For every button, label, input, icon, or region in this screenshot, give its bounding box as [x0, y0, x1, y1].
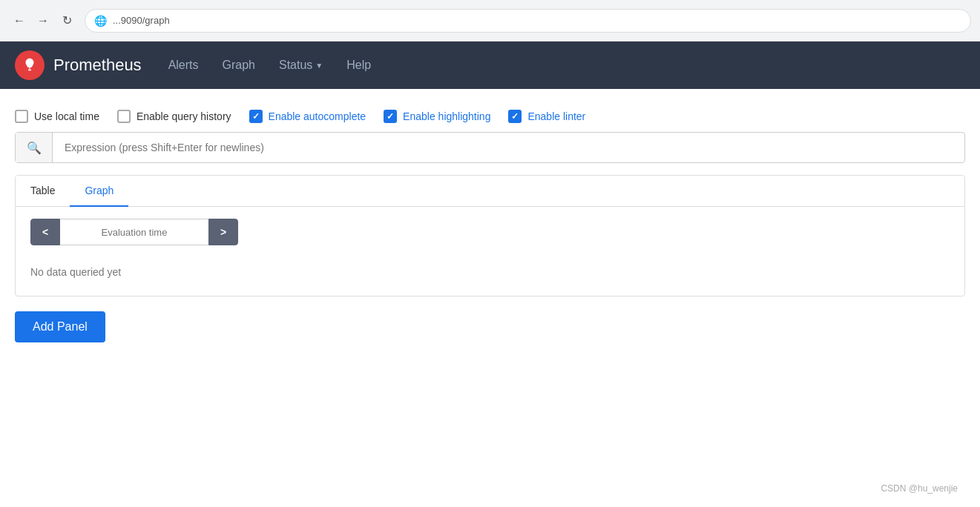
- expression-input[interactable]: [53, 133, 964, 162]
- option-enable-query-history[interactable]: Enable query history: [117, 110, 231, 123]
- checkbox-enable-linter[interactable]: [508, 110, 522, 123]
- top-navbar: Prometheus Alerts Graph Status ▼ Help: [0, 42, 980, 89]
- nav-links: Alerts Graph Status ▼ Help: [157, 42, 384, 89]
- tab-table[interactable]: Table: [16, 176, 70, 207]
- eval-next-button[interactable]: >: [208, 219, 238, 245]
- eval-time-bar: < >: [30, 219, 238, 245]
- brand-name: Prometheus: [53, 56, 142, 75]
- option-label-enable-linter: Enable linter: [527, 110, 585, 122]
- query-panel: Table Graph < > No data queried yet: [15, 175, 965, 296]
- nav-graph[interactable]: Graph: [211, 42, 267, 89]
- tab-graph[interactable]: Graph: [70, 176, 128, 207]
- globe-icon: 🌐: [94, 15, 107, 27]
- panel-content: < > No data queried yet: [16, 207, 964, 296]
- checkbox-enable-autocomplete[interactable]: [249, 110, 263, 123]
- option-label-enable-highlighting: Enable highlighting: [403, 110, 490, 122]
- nav-status[interactable]: Status ▼: [267, 42, 335, 89]
- add-panel-button[interactable]: Add Panel: [15, 311, 105, 342]
- eval-prev-button[interactable]: <: [30, 219, 60, 245]
- checkbox-enable-highlighting[interactable]: [384, 110, 397, 123]
- nav-help[interactable]: Help: [335, 42, 383, 89]
- url-text: ...9090/graph: [113, 15, 170, 26]
- eval-time-input[interactable]: [60, 219, 208, 245]
- main-content: Use local time Enable query history Enab…: [0, 89, 980, 354]
- search-icon: 🔍: [27, 141, 42, 155]
- option-enable-linter[interactable]: Enable linter: [508, 110, 585, 123]
- option-use-local-time[interactable]: Use local time: [15, 110, 99, 123]
- no-data-message: No data queried yet: [30, 260, 950, 284]
- brand: Prometheus: [15, 50, 142, 80]
- nav-alerts[interactable]: Alerts: [157, 42, 211, 89]
- checkbox-enable-query-history[interactable]: [117, 110, 131, 123]
- search-bar: 🔍: [15, 132, 965, 163]
- back-button[interactable]: ←: [9, 10, 30, 31]
- reload-button[interactable]: ↻: [56, 10, 77, 31]
- option-enable-autocomplete[interactable]: Enable autocomplete: [249, 110, 366, 123]
- option-label-use-local-time: Use local time: [34, 110, 99, 122]
- checkbox-use-local-time[interactable]: [15, 110, 28, 123]
- nav-buttons: ← → ↻: [9, 10, 77, 31]
- option-label-enable-autocomplete: Enable autocomplete: [269, 110, 366, 122]
- option-label-enable-query-history: Enable query history: [137, 110, 231, 122]
- options-bar: Use local time Enable query history Enab…: [15, 101, 965, 132]
- panel-tabs: Table Graph: [16, 176, 964, 207]
- option-enable-highlighting[interactable]: Enable highlighting: [384, 110, 490, 123]
- address-bar[interactable]: 🌐 ...9090/graph: [85, 9, 971, 33]
- brand-icon: [15, 50, 45, 80]
- browser-chrome: ← → ↻ 🌐 ...9090/graph: [0, 0, 980, 42]
- status-arrow: ▼: [315, 62, 323, 70]
- search-button[interactable]: 🔍: [16, 133, 53, 162]
- forward-button[interactable]: →: [33, 10, 53, 31]
